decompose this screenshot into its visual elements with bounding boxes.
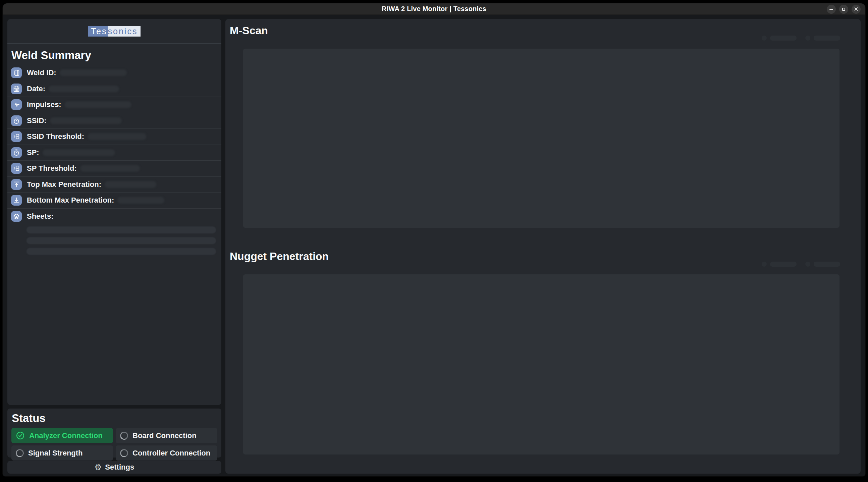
layers-icon (11, 211, 22, 222)
minimize-button[interactable] (827, 5, 836, 14)
gear-icon: ⚙ (95, 463, 102, 471)
calendar-icon (11, 84, 22, 94)
summary-row: SSID Threshold: (7, 129, 221, 145)
logo-text-sonics: sonics (108, 26, 141, 36)
minimize-icon (830, 9, 833, 10)
status-pill-signal-strength: Signal Strength (11, 446, 113, 460)
window-title: RIWA 2 Live Monitor | Tessonics (382, 5, 486, 13)
status-pill-label: Controller Connection (132, 449, 210, 457)
maximize-icon (842, 8, 845, 11)
pulse-icon (11, 99, 22, 110)
stopwatch-icon (11, 115, 22, 126)
legend-dot-placeholder (762, 262, 767, 267)
summary-row-label: Date: (27, 85, 45, 93)
value-placeholder (60, 69, 127, 76)
legend-label-placeholder (770, 262, 797, 267)
value-placeholder (88, 133, 146, 140)
threshold-icon (11, 131, 22, 142)
nugget-chart-placeholder (243, 274, 839, 454)
summary-row: Top Max Penetration: (7, 177, 221, 193)
mscan-title: M-Scan (230, 25, 268, 37)
value-placeholder (49, 86, 119, 92)
status-pill-label: Signal Strength (28, 449, 83, 457)
weld-summary-card: Tes sonics Weld Summary Weld ID:Date:Imp… (7, 19, 221, 405)
stopwatch-icon (11, 147, 22, 158)
status-pill-label: Analyzer Connection (29, 431, 103, 440)
window-controls (827, 3, 861, 15)
mscan-legend-skeleton (762, 35, 840, 40)
sheets-placeholder-list (27, 227, 216, 255)
weld-summary-heading: Weld Summary (11, 49, 221, 62)
summary-row-label: Impulses: (27, 100, 61, 109)
settings-button[interactable]: ⚙ Settings (7, 461, 221, 474)
spinner-icon (119, 448, 129, 458)
summary-row-label: Bottom Max Penetration: (27, 196, 114, 205)
summary-row: SP Threshold: (7, 161, 221, 177)
spinner-icon (119, 430, 129, 441)
logo-header: Tes sonics (7, 19, 221, 43)
status-pill-board-connection: Board Connection (116, 428, 217, 443)
summary-row: Impulses: (7, 97, 221, 113)
close-button[interactable] (851, 5, 861, 14)
sheet-placeholder (27, 248, 216, 255)
summary-row: SSID: (7, 113, 221, 129)
status-heading: Status (12, 412, 217, 425)
arrow-down-bar-icon (11, 195, 22, 206)
value-placeholder (105, 181, 156, 188)
value-placeholder (42, 149, 115, 156)
logo-text-tes: Tes (88, 26, 108, 36)
app-window: RIWA 2 Live Monitor | Tessonics Tes soni… (3, 3, 865, 476)
settings-label: Settings (105, 463, 134, 472)
legend-label-placeholder (770, 35, 797, 40)
spinner-icon (15, 448, 25, 458)
summary-row: Sheets: (7, 209, 221, 225)
status-pill-label: Board Connection (132, 431, 196, 440)
legend-dot-placeholder (805, 35, 810, 40)
sheet-placeholder (27, 227, 216, 234)
status-pill-controller-connection: Controller Connection (116, 446, 217, 460)
summary-row-label: Sheets: (27, 212, 53, 221)
legend-item-placeholder (805, 35, 840, 40)
value-placeholder (50, 117, 122, 124)
tessonics-logo: Tes sonics (88, 26, 141, 36)
summary-row: SP: (7, 145, 221, 161)
check-circle-icon (16, 431, 25, 440)
legend-dot-placeholder (805, 262, 810, 267)
titlebar[interactable]: RIWA 2 Live Monitor | Tessonics (3, 3, 865, 15)
value-placeholder (117, 197, 164, 204)
status-grid: Analyzer ConnectionBoard ConnectionSigna… (11, 428, 217, 460)
weld-summary-rows: Weld ID:Date:Impulses:SSID:SSID Threshol… (7, 65, 221, 224)
summary-row-label: SSID Threshold: (27, 132, 84, 141)
maximize-button[interactable] (839, 5, 848, 14)
value-placeholder (80, 165, 140, 172)
legend-item-placeholder (762, 35, 797, 40)
status-card: Status Analyzer ConnectionBoard Connecti… (7, 409, 221, 457)
summary-row-label: Top Max Penetration: (27, 180, 101, 189)
summary-row-label: SP: (27, 148, 39, 157)
threshold-icon (11, 163, 22, 174)
sheet-placeholder (27, 237, 216, 244)
summary-row: Weld ID: (7, 65, 221, 81)
mscan-chart-placeholder (243, 49, 839, 228)
value-placeholder (65, 101, 131, 108)
legend-label-placeholder (814, 262, 840, 267)
charts-panel: M-Scan Nugget Penetration (225, 19, 861, 474)
summary-row-label: SP Threshold: (27, 164, 77, 173)
legend-dot-placeholder (762, 35, 767, 40)
legend-item-placeholder (805, 262, 840, 267)
summary-row-label: Weld ID: (27, 68, 56, 77)
summary-row-label: SSID: (27, 116, 46, 125)
status-pill-analyzer-connection: Analyzer Connection (11, 428, 113, 443)
summary-row: Date: (7, 81, 221, 97)
legend-label-placeholder (814, 35, 840, 40)
legend-item-placeholder (762, 262, 797, 267)
arrow-up-bar-icon (11, 179, 22, 190)
nugget-penetration-title: Nugget Penetration (230, 250, 329, 263)
summary-row: Bottom Max Penetration: (7, 192, 221, 209)
notebook-icon (11, 67, 22, 78)
nugget-legend-skeleton (762, 262, 840, 267)
